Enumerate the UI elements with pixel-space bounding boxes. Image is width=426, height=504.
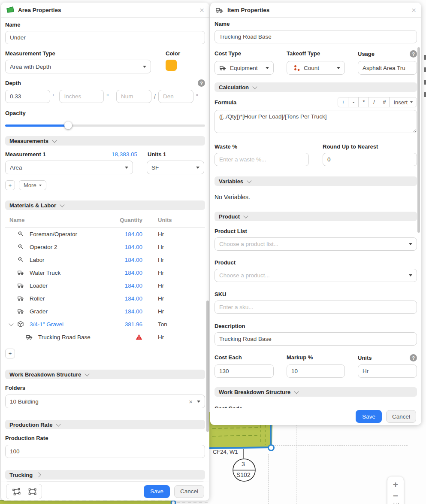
help-icon[interactable]: ? <box>198 79 205 87</box>
chevron-down-icon <box>409 274 412 276</box>
chevron-down-icon <box>266 67 269 69</box>
takeoff-type-dropdown[interactable]: Count <box>287 61 345 75</box>
units-label: Units <box>358 355 372 361</box>
section-label: Variables <box>219 178 243 185</box>
material-quantity: 184.00 <box>108 270 142 276</box>
waste-label: Waste % <box>215 143 309 150</box>
chevron-right-icon <box>36 472 41 477</box>
section-production-rate[interactable]: Production Rate <box>5 420 205 429</box>
material-units: Hr <box>142 334 205 340</box>
section-calculation[interactable]: Calculation <box>215 82 417 92</box>
name-label: Name <box>5 21 205 28</box>
edge-toolbar-mark <box>424 92 426 97</box>
op-divide-button[interactable]: / <box>369 97 379 107</box>
table-row[interactable]: Water Truck184.00Hr <box>5 266 205 279</box>
markup-field[interactable] <box>287 364 345 378</box>
table-row[interactable]: Foreman/Operator184.00Hr <box>5 228 205 240</box>
table-row[interactable]: Loader184.00Hr <box>5 279 205 292</box>
section-variables[interactable]: Variables <box>215 176 417 186</box>
color-swatch[interactable] <box>166 60 177 71</box>
table-row[interactable]: Grader184.00Hr <box>5 305 205 318</box>
description-field[interactable] <box>215 332 417 346</box>
panel-footer: Save Cancel <box>210 408 421 425</box>
product-list-dropdown[interactable]: Choose a product list... <box>215 237 417 251</box>
section-product[interactable]: Product <box>215 212 417 221</box>
depth-feet-field[interactable] <box>5 90 50 103</box>
chevron-down-icon <box>196 167 199 169</box>
zoom-out-button[interactable]: − <box>390 490 401 501</box>
rectangle-tool-icon[interactable] <box>28 488 36 495</box>
cancel-button[interactable]: Cancel <box>174 485 204 498</box>
formula-field[interactable]: ([../Qty])*[Hour Per Load]/[Tons Per Tru… <box>215 110 417 133</box>
close-icon[interactable]: × <box>199 6 204 14</box>
measurement1-dropdown[interactable]: Area <box>5 161 133 174</box>
material-name: Grader <box>30 308 108 315</box>
round-up-field[interactable] <box>323 153 417 166</box>
help-icon[interactable]: ? <box>410 50 417 58</box>
add-material-button[interactable]: + <box>5 349 15 358</box>
op-minus-button[interactable]: - <box>348 97 358 107</box>
item-name-field[interactable] <box>215 30 417 43</box>
op-plus-button[interactable]: + <box>338 97 348 107</box>
usage-field[interactable] <box>358 61 417 75</box>
folders-label: Folders <box>5 385 205 391</box>
units-field[interactable] <box>358 364 417 378</box>
count-dots-icon <box>294 65 300 71</box>
measurement1-value[interactable]: 18,383.05 <box>46 151 142 158</box>
cost-each-field[interactable] <box>215 364 274 378</box>
edge-toolbar-mark <box>424 55 426 60</box>
measurement1-label: Measurement 1 <box>5 151 46 158</box>
product-dropdown[interactable]: Choose a product... <box>215 269 417 282</box>
slider-thumb[interactable] <box>64 121 72 129</box>
zoom-in-button[interactable]: + <box>390 479 401 490</box>
measurement-type-value: Area with Depth <box>10 64 143 70</box>
help-icon[interactable]: ? <box>410 354 417 361</box>
depth-inches-field[interactable] <box>59 90 104 103</box>
section-measurements[interactable]: Measurements <box>5 136 205 146</box>
save-button[interactable]: Save <box>144 485 170 498</box>
den-inch-mark: " <box>196 93 198 100</box>
table-row[interactable]: Roller184.00Hr <box>5 292 205 305</box>
op-multiply-button[interactable]: * <box>358 97 369 107</box>
op-hash-button[interactable]: # <box>379 97 389 107</box>
table-row[interactable]: Labor184.00Hr <box>5 253 205 266</box>
more-label: More <box>24 182 36 188</box>
sku-field[interactable] <box>215 301 417 314</box>
polygon-tool-icon[interactable] <box>12 488 21 495</box>
table-row[interactable]: Trucking Road BaseHr <box>5 331 205 343</box>
material-name[interactable]: 3/4-1" Gravel <box>30 321 108 328</box>
section-work-breakdown-item[interactable]: Work Breakdown Structure <box>215 387 417 397</box>
section-materials-labor[interactable]: Materials & Labor <box>5 200 205 210</box>
depth-numerator-field[interactable] <box>116 90 151 103</box>
opacity-slider[interactable] <box>5 121 205 129</box>
save-button[interactable]: Save <box>356 410 382 423</box>
close-icon[interactable]: × <box>411 6 416 14</box>
name-field[interactable] <box>5 31 205 44</box>
depth-denominator-field[interactable] <box>158 90 193 103</box>
chevron-down-icon[interactable] <box>9 322 17 326</box>
scrollbar-thumb[interactable] <box>417 47 420 233</box>
material-units: Hr <box>142 231 205 237</box>
section-work-breakdown[interactable]: Work Breakdown Structure <box>5 370 205 379</box>
cancel-button[interactable]: Cancel <box>386 410 416 423</box>
material-quantity: 184.00 <box>108 295 142 302</box>
measurement-type-dropdown[interactable]: Area with Depth <box>5 60 151 73</box>
units1-dropdown[interactable]: SF <box>147 161 204 174</box>
chevron-down-icon <box>197 401 200 403</box>
cost-each-label: Cost Each <box>215 354 274 361</box>
add-measurement-button[interactable]: + <box>5 180 15 190</box>
fraction-slash: / <box>154 93 156 100</box>
clear-icon[interactable]: × <box>189 398 193 405</box>
scrollbar-thumb[interactable] <box>206 301 209 432</box>
table-row[interactable]: Operator 2184.00Hr <box>5 240 205 253</box>
more-button[interactable]: More <box>19 180 46 190</box>
insert-dropdown-button[interactable]: Insert <box>389 97 417 107</box>
production-rate-field[interactable] <box>5 445 205 458</box>
waste-field[interactable] <box>215 153 309 166</box>
section-trucking[interactable]: Trucking <box>5 470 205 480</box>
cost-type-dropdown[interactable]: Equipment <box>215 61 274 75</box>
chevron-down-icon <box>143 66 146 68</box>
table-row[interactable]: 3/4-1" Gravel381.96Ton <box>5 318 205 331</box>
section-label: Product <box>219 213 240 220</box>
folders-dropdown[interactable]: 10 Building × <box>5 395 205 408</box>
